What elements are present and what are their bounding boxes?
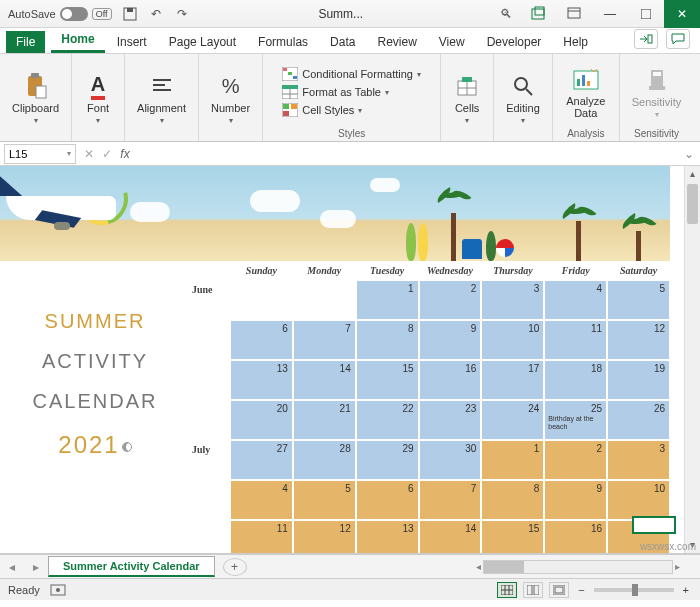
tab-data[interactable]: Data (320, 31, 365, 53)
cells-button[interactable]: Cells▾ (447, 70, 487, 127)
search-icon[interactable]: 🔍︎ (500, 7, 512, 21)
day-cell[interactable]: 11 (544, 320, 607, 360)
day-cell[interactable]: 23 (419, 400, 482, 440)
scroll-up-icon[interactable]: ▴ (685, 166, 700, 182)
page-layout-view-icon[interactable] (523, 582, 543, 598)
day-cell[interactable]: 9 (544, 480, 607, 520)
day-cell[interactable]: 10 (481, 320, 544, 360)
fx-icon[interactable]: fx (116, 147, 134, 161)
horizontal-scrollbar[interactable]: ◂ ▸ (247, 560, 700, 574)
minimize-button[interactable]: — (592, 0, 628, 28)
hscroll-thumb[interactable] (484, 561, 524, 573)
day-cell[interactable]: 15 (356, 360, 419, 400)
cancel-icon[interactable]: ✕ (80, 147, 98, 161)
day-cell[interactable]: 19 (607, 360, 670, 400)
day-cell[interactable]: 2 (544, 440, 607, 480)
day-cell[interactable]: 1 (481, 440, 544, 480)
tab-review[interactable]: Review (367, 31, 426, 53)
day-cell[interactable]: 22 (356, 400, 419, 440)
tab-view[interactable]: View (429, 31, 475, 53)
zoom-out-icon[interactable]: − (575, 584, 587, 596)
day-cell[interactable]: 8 (481, 480, 544, 520)
font-button[interactable]: A Font▾ (78, 70, 118, 127)
conditional-formatting-button[interactable]: Conditional Formatting ▾ (279, 66, 424, 82)
day-cell[interactable]: 30 (419, 440, 482, 480)
day-cell[interactable]: 14 (293, 360, 356, 400)
redo-icon[interactable]: ↷ (174, 6, 190, 22)
day-cell[interactable]: 12 (293, 520, 356, 554)
account-icon[interactable] (520, 0, 556, 28)
zoom-in-icon[interactable]: + (680, 584, 692, 596)
day-cell[interactable]: 25Birthday at the beach (544, 400, 607, 440)
tab-page-layout[interactable]: Page Layout (159, 31, 246, 53)
share-icon[interactable] (634, 29, 658, 49)
comments-icon[interactable] (666, 29, 690, 49)
day-cell[interactable]: 6 (230, 320, 293, 360)
format-as-table-button[interactable]: Format as Table ▾ (279, 84, 424, 100)
zoom-slider[interactable] (594, 588, 674, 592)
maximize-button[interactable] (628, 0, 664, 28)
day-cell[interactable]: 27 (230, 440, 293, 480)
close-button[interactable]: ✕ (664, 0, 700, 28)
tab-file[interactable]: File (6, 31, 45, 53)
day-cell[interactable]: 12 (607, 320, 670, 360)
day-cell[interactable]: 16 (544, 520, 607, 554)
analyze-data-button[interactable]: Analyze Data (559, 63, 613, 121)
day-cell[interactable]: 28 (293, 440, 356, 480)
day-cell[interactable]: 6 (356, 480, 419, 520)
new-sheet-button[interactable]: + (223, 558, 247, 576)
day-cell[interactable]: 11 (230, 520, 293, 554)
day-cell[interactable]: 2 (419, 280, 482, 320)
sensitivity-button[interactable]: Sensitivity▾ (626, 64, 688, 121)
day-cell[interactable]: 7 (419, 480, 482, 520)
day-cell[interactable]: 4 (230, 480, 293, 520)
macro-record-icon[interactable] (50, 584, 66, 596)
alignment-button[interactable]: Alignment▾ (131, 70, 192, 127)
day-cell[interactable]: 15 (481, 520, 544, 554)
worksheet-area[interactable]: SUMMER ACTIVITY CALENDAR 2021 SundayMond… (0, 166, 700, 554)
day-cell[interactable]: 5 (607, 280, 670, 320)
day-cell[interactable]: 26 (607, 400, 670, 440)
day-cell[interactable]: 3 (481, 280, 544, 320)
tab-home[interactable]: Home (51, 28, 104, 53)
day-cell[interactable]: 21 (293, 400, 356, 440)
hscroll-left-icon[interactable]: ◂ (476, 561, 481, 572)
day-cell[interactable]: 5 (293, 480, 356, 520)
day-cell[interactable]: 13 (356, 520, 419, 554)
editing-button[interactable]: Editing▾ (500, 70, 546, 127)
tab-scroll-left-icon[interactable]: ◂ (0, 560, 24, 574)
day-cell[interactable]: 16 (419, 360, 482, 400)
day-cell[interactable]: 4 (544, 280, 607, 320)
tab-formulas[interactable]: Formulas (248, 31, 318, 53)
scroll-thumb[interactable] (687, 184, 698, 224)
day-cell[interactable]: 8 (356, 320, 419, 360)
undo-icon[interactable]: ↶ (148, 6, 164, 22)
clipboard-button[interactable]: Clipboard▾ (6, 70, 65, 127)
day-cell[interactable]: 1 (356, 280, 419, 320)
cell-styles-button[interactable]: Cell Styles ▾ (279, 102, 424, 118)
formula-input[interactable] (134, 144, 678, 164)
day-cell[interactable]: 9 (419, 320, 482, 360)
day-cell[interactable]: 7 (293, 320, 356, 360)
save-icon[interactable] (122, 6, 138, 22)
day-cell[interactable]: 14 (419, 520, 482, 554)
day-cell[interactable]: 3 (607, 440, 670, 480)
tab-scroll-right-icon[interactable]: ▸ (24, 560, 48, 574)
tab-insert[interactable]: Insert (107, 31, 157, 53)
day-cell[interactable]: 18 (544, 360, 607, 400)
day-cell[interactable]: 10 (607, 480, 670, 520)
hscroll-right-icon[interactable]: ▸ (675, 561, 680, 572)
number-button[interactable]: % Number▾ (205, 70, 256, 127)
day-cell[interactable]: 24 (481, 400, 544, 440)
enter-icon[interactable]: ✓ (98, 147, 116, 161)
autosave-toggle[interactable] (60, 7, 88, 21)
expand-formula-icon[interactable]: ⌄ (678, 147, 700, 161)
day-cell[interactable]: 13 (230, 360, 293, 400)
vertical-scrollbar[interactable]: ▴ ▾ (684, 166, 700, 553)
day-cell[interactable]: 29 (356, 440, 419, 480)
tab-developer[interactable]: Developer (477, 31, 552, 53)
ribbon-display-icon[interactable] (556, 0, 592, 28)
tab-help[interactable]: Help (553, 31, 598, 53)
normal-view-icon[interactable] (497, 582, 517, 598)
sheet-tab-active[interactable]: Summer Activity Calendar (48, 556, 215, 577)
